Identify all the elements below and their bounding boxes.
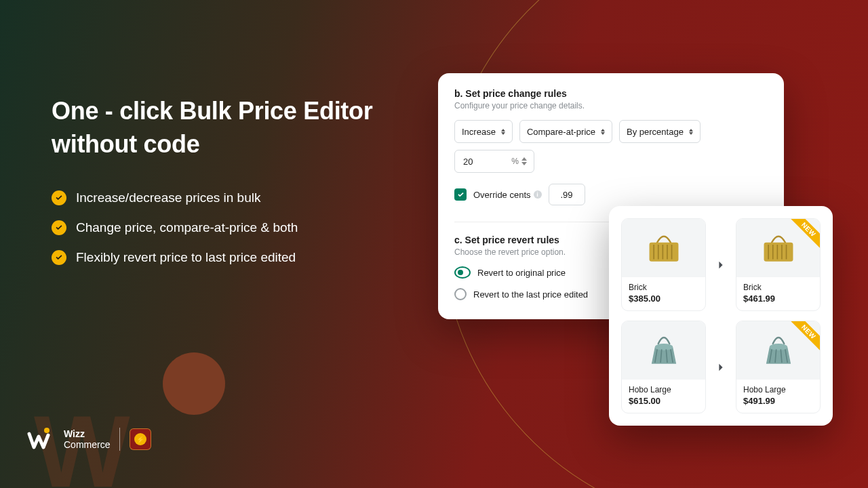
check-icon [52, 250, 66, 265]
product-price-after: $491.99 [743, 396, 813, 406]
bullet-list: Increase/decrease prices in bulk Change … [52, 190, 404, 265]
amount-unit: % [511, 157, 519, 166]
product-price-after: $461.99 [743, 293, 813, 304]
product-name: Hobo Large [743, 385, 813, 394]
check-icon [52, 220, 66, 235]
logo-mark-icon [27, 426, 54, 453]
cents-input[interactable]: .99 [549, 184, 585, 205]
bag-teal-icon [642, 330, 686, 371]
direction-value: Increase [462, 127, 496, 137]
headline-block: One - click Bulk Price Editor without co… [52, 95, 404, 280]
bullet-text: Change price, compare-at-price & both [76, 220, 298, 235]
product-after-tile: NEW Hobo Large $491.99 [736, 321, 821, 413]
svg-point-0 [44, 428, 50, 433]
bag-yellow-icon [642, 228, 686, 268]
field-value: Compare-at-price [527, 127, 595, 137]
override-cents-checkbox[interactable] [454, 188, 467, 201]
brand-name: Wizz Commerce [64, 428, 110, 450]
product-price-before: $615.00 [629, 396, 698, 406]
bfcm-badge-icon: ⚡ [130, 428, 151, 450]
radio-icon [454, 288, 467, 300]
mode-select[interactable]: By percentage [619, 120, 701, 143]
product-row: Brick $385.00 NEW [621, 218, 821, 311]
radio-icon [454, 266, 471, 279]
brand-logo: Wizz Commerce ⚡ [27, 426, 151, 453]
override-cents-label: Override cents i [473, 190, 542, 200]
info-icon[interactable]: i [534, 190, 542, 199]
arrow-right-icon [713, 359, 729, 375]
bullet-item: Flexibly revert price to last price edit… [52, 250, 404, 265]
bag-teal-icon [756, 330, 801, 371]
product-image [622, 321, 705, 380]
bullet-item: Increase/decrease prices in bulk [52, 190, 404, 205]
product-before-tile: Hobo Large $615.00 [621, 321, 706, 413]
amount-input[interactable]: 20 % [454, 150, 534, 173]
radio-label: Revert to the last price edited [473, 289, 588, 300]
bullet-text: Increase/decrease prices in bulk [76, 190, 260, 205]
radio-label: Revert to original price [477, 268, 566, 278]
product-after-tile: NEW Brick $461.99 [736, 218, 821, 311]
bag-yellow-icon [756, 228, 801, 268]
mode-value: By percentage [627, 127, 684, 137]
override-cents-row: Override cents i .99 [454, 184, 768, 205]
product-price-before: $385.00 [629, 293, 698, 304]
logo-separator [119, 428, 120, 451]
bullet-text: Flexibly revert price to last price edit… [76, 250, 296, 265]
check-icon [52, 190, 66, 205]
headline: One - click Bulk Price Editor without co… [52, 95, 404, 161]
product-name: Hobo Large [629, 385, 698, 394]
bullet-item: Change price, compare-at-price & both [52, 220, 404, 235]
direction-select[interactable]: Increase [454, 120, 513, 143]
sort-caret-icon [501, 129, 505, 135]
section-b: b. Set price change rules Configure your… [454, 88, 768, 205]
product-before-tile: Brick $385.00 [621, 218, 706, 311]
select-row: Increase Compare-at-price By percentage … [454, 120, 768, 173]
sort-caret-icon [689, 129, 693, 135]
sort-caret-icon [601, 129, 605, 135]
product-image [622, 219, 705, 277]
amount-value: 20 [463, 157, 473, 167]
arrow-right-icon [713, 257, 729, 273]
promo-stage: W One - click Bulk Price Editor without … [0, 0, 868, 488]
product-row: Hobo Large $615.00 NEW [621, 321, 821, 413]
product-preview-card: Brick $385.00 NEW [609, 206, 833, 426]
product-name: Brick [629, 283, 698, 292]
product-name: Brick [743, 283, 813, 292]
cents-value: .99 [561, 190, 573, 200]
section-subtitle: Configure your price change details. [454, 101, 768, 110]
section-title: b. Set price change rules [454, 88, 768, 99]
number-stepper-icon[interactable] [521, 153, 531, 169]
field-select[interactable]: Compare-at-price [519, 120, 612, 143]
